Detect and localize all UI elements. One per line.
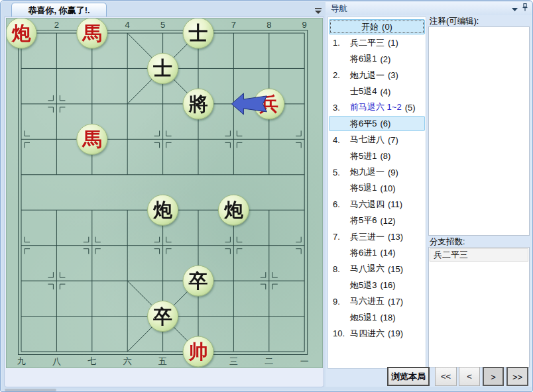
move-text: 将6退1 <box>350 53 377 65</box>
move-count: (16) <box>380 280 395 290</box>
move-item[interactable]: 将5退1 (10) <box>329 181 425 196</box>
board-piece[interactable]: 帅 <box>183 336 213 367</box>
move-text: 马六进五 <box>350 295 385 307</box>
move-text: 炮5退1 <box>350 312 377 324</box>
last-move-arrow-icon <box>231 93 266 115</box>
board-piece[interactable]: 炮 <box>148 195 178 225</box>
next-move-button[interactable]: > <box>483 367 504 386</box>
move-text: 兵二平三 <box>350 37 385 49</box>
move-item[interactable]: 1. 兵二平三 (1) <box>329 35 425 50</box>
move-item[interactable]: 10. 马四进六 (19) <box>329 326 425 341</box>
branch-moves-label: 分支招数: <box>430 236 465 248</box>
branch-move-item[interactable]: 兵二平三 <box>430 248 528 262</box>
move-text: 将6进1 <box>350 247 377 259</box>
column-label-bottom: 六 <box>123 356 132 366</box>
tab-game-result[interactable]: 恭喜你, 你赢了!. <box>11 3 107 17</box>
chevron-down-icon[interactable] <box>512 2 518 15</box>
move-count: (6) <box>380 119 390 128</box>
move-text: 马六退四 <box>350 199 385 211</box>
move-number: 7. <box>329 232 350 242</box>
move-number: 5. <box>329 168 350 177</box>
board-grid: 123456789九八七六五四三二一 炮 馬 士 士 將 兵 馬 炮 炮 卒 卒… <box>7 19 322 368</box>
move-item[interactable]: 炮5退1 (18) <box>329 310 425 325</box>
move-count: (13) <box>388 232 403 242</box>
move-count: (2) <box>380 54 390 64</box>
move-number: 2. <box>329 70 350 80</box>
column-label-top: 4 <box>125 20 130 30</box>
pin-icon[interactable] <box>522 2 528 15</box>
move-count: (14) <box>380 248 395 258</box>
navigation-title-bar: 导航 <box>326 2 532 15</box>
move-text: 炮5退3 <box>350 279 377 291</box>
comment-label: 注释(可编辑): <box>430 16 479 27</box>
move-count: (10) <box>380 183 395 193</box>
tab-overflow-icon[interactable] <box>314 6 323 14</box>
move-count: (9) <box>388 168 398 177</box>
branch-moves-list[interactable]: 兵二平三 <box>428 247 530 368</box>
browse-game-button[interactable]: 浏览本局 <box>387 367 430 386</box>
move-number: 4. <box>329 135 350 145</box>
board-piece[interactable]: 士 <box>148 53 178 83</box>
board-piece[interactable]: 馬 <box>77 19 107 48</box>
move-item[interactable]: 2. 炮九退一 (3) <box>329 68 425 83</box>
navigation-title: 导航 <box>326 4 347 13</box>
move-item[interactable]: 3. 前马退六 1~2 (5) <box>329 100 425 115</box>
svg-text:炮: 炮 <box>223 199 244 221</box>
move-number: 6. <box>329 199 350 209</box>
navigation-panel: 导航 开始 (0) 1. 兵二平三 (1) 将6退1 <box>326 2 532 387</box>
last-move-button[interactable]: >> <box>506 367 528 386</box>
move-item[interactable]: 将6退1 (2) <box>329 52 425 67</box>
svg-text:帅: 帅 <box>188 340 208 363</box>
column-label-bottom: 八 <box>52 356 61 366</box>
column-label-bottom: 一 <box>300 356 309 366</box>
board-piece[interactable]: 炮 <box>218 195 249 225</box>
app-window: 恭喜你, 你赢了!. 123456789九八七六五四三二一 炮 馬 <box>0 0 533 392</box>
move-item[interactable]: 4. 马七进八 (7) <box>329 132 425 148</box>
board-piece[interactable]: 卒 <box>148 301 178 332</box>
first-move-button[interactable]: << <box>435 367 457 386</box>
board-piece[interactable]: 炮 <box>7 19 36 48</box>
move-list[interactable]: 开始 (0) 1. 兵二平三 (1) 将6退1 (2) 2. 炮九退一 (3) … <box>327 17 426 369</box>
svg-text:卒: 卒 <box>188 270 208 292</box>
move-item[interactable]: 将5平6 (12) <box>329 213 425 228</box>
column-label-bottom: 七 <box>88 356 96 366</box>
move-item[interactable]: 将5进1 (8) <box>329 148 425 164</box>
move-item[interactable]: 开始 (0) <box>329 19 425 34</box>
move-item[interactable]: 将6平5 (6) <box>329 116 425 131</box>
move-text: 马八退六 <box>350 263 385 275</box>
move-item[interactable]: 6. 马六退四 (11) <box>329 197 425 212</box>
move-item[interactable]: 8. 马八退六 (15) <box>329 262 425 277</box>
svg-text:炮: 炮 <box>11 22 32 44</box>
board-piece[interactable]: 將 <box>183 89 213 119</box>
move-item[interactable]: 9. 马六进五 (17) <box>329 294 425 309</box>
move-count: (4) <box>380 87 390 97</box>
xiangqi-board[interactable]: 123456789九八七六五四三二一 炮 馬 士 士 將 兵 馬 炮 炮 卒 卒… <box>6 18 323 368</box>
board-piece[interactable]: 士 <box>183 19 213 48</box>
previous-move-button[interactable]: < <box>459 367 480 386</box>
column-label-bottom: 九 <box>17 356 26 366</box>
move-item[interactable]: 5. 炮九退一 (9) <box>329 165 425 180</box>
move-item[interactable]: 7. 兵三进一 (13) <box>329 229 425 244</box>
board-piece[interactable]: 卒 <box>183 266 213 296</box>
column-label-top: 9 <box>302 20 307 30</box>
move-item[interactable]: 炮5退3 (16) <box>329 277 425 293</box>
move-count: (1) <box>388 38 398 48</box>
move-text: 马七进八 <box>350 134 385 146</box>
move-count: (11) <box>388 199 402 209</box>
move-count: (17) <box>388 297 403 307</box>
move-item[interactable]: 士5退4 (4) <box>329 84 425 99</box>
column-label-top: 7 <box>231 20 236 30</box>
move-count: (7) <box>388 135 398 145</box>
move-text: 将5进1 <box>350 150 377 162</box>
board-tab-strip: 恭喜你, 你赢了!. <box>5 2 324 17</box>
move-item[interactable]: 将6进1 (14) <box>329 245 425 260</box>
comment-editor[interactable] <box>428 26 530 236</box>
move-number: 1. <box>329 38 350 48</box>
horizontal-scrollbar-thumb[interactable] <box>5 389 56 391</box>
move-text: 兵三进一 <box>350 231 385 243</box>
column-label-top: 8 <box>266 20 271 30</box>
svg-text:炮: 炮 <box>152 199 173 221</box>
move-count: (18) <box>380 313 395 322</box>
board-piece[interactable]: 馬 <box>77 124 107 154</box>
move-text: 将6平5 <box>350 118 377 130</box>
